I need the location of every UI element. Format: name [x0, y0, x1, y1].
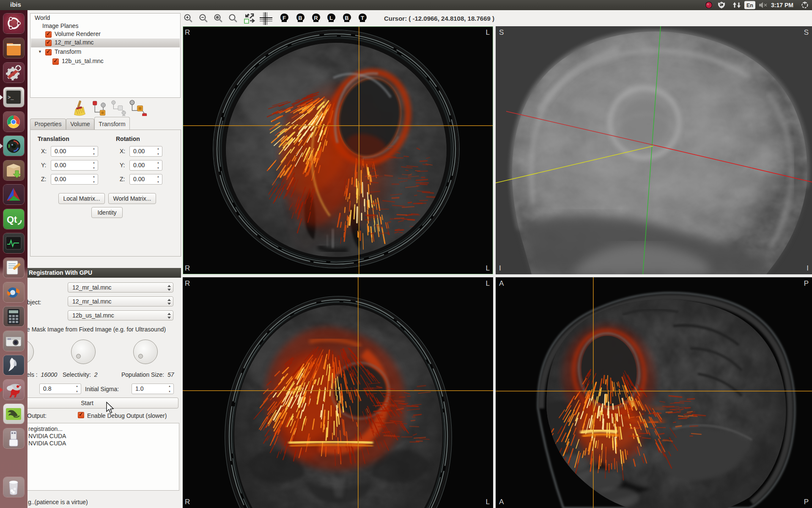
svg-text:T: T [361, 15, 364, 21]
svg-text:Qt: Qt [7, 214, 17, 225]
svg-text:B: B [345, 15, 348, 21]
svg-text:L: L [329, 15, 333, 21]
svg-text:En: En [746, 3, 753, 8]
svg-text:R: R [314, 15, 318, 21]
svg-text:B: B [298, 15, 302, 21]
svg-text:3:17 PM: 3:17 PM [771, 2, 793, 8]
svg-text:>_: >_ [8, 95, 14, 101]
svg-text:F: F [283, 15, 286, 21]
